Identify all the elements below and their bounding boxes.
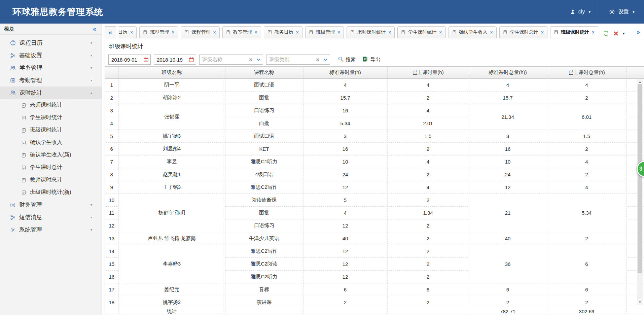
sidebar-item-system-mgmt[interactable]: 系统管理▾: [0, 223, 102, 236]
table-cell: 5.34: [303, 117, 387, 130]
table-cell: 2: [547, 296, 627, 305]
close-all-tabs-icon[interactable]: [613, 31, 618, 36]
tab-calendar[interactable]: 日历×: [119, 26, 137, 38]
table-row[interactable]: 18姚宇扬2演讲课2222: [105, 296, 644, 305]
tab-course-mgmt[interactable]: 课程管理×: [181, 26, 219, 38]
table-cell: 2: [387, 258, 469, 271]
tab-scroll-right-icon[interactable]: »: [635, 29, 644, 38]
svg-text:X: X: [364, 58, 366, 61]
table-cell: 2: [387, 296, 469, 305]
tab-close-icon[interactable]: ×: [296, 30, 299, 35]
sidebar-item-student-affairs[interactable]: 学务管理▾: [0, 62, 102, 74]
tab-close-icon[interactable]: ×: [490, 30, 493, 35]
chevron-down-icon[interactable]: [321, 55, 330, 64]
sidebar-subitem-label: 确认学生收入: [30, 139, 62, 146]
table-cell: 18: [105, 296, 118, 305]
tab-close-icon[interactable]: ×: [255, 30, 257, 35]
tab-class-type-mgmt[interactable]: 班型管理×: [139, 26, 178, 38]
tab-close-icon[interactable]: ×: [130, 30, 133, 35]
scroll-down-icon[interactable]: ▼: [637, 299, 643, 305]
date-to-input[interactable]: 2018-10-19 17: [154, 55, 196, 65]
tab-academic-calendar[interactable]: 教务日历×: [264, 26, 302, 38]
sidebar-item-finance-mgmt[interactable]: 财务管理▾: [0, 199, 102, 211]
sidebar-subitem-class-hour-stats-item[interactable]: 班级课时统计: [0, 124, 102, 136]
table-row[interactable]: 8赵美凝14级口语242242: [105, 168, 644, 181]
sidebar-subitem-teacher-hour-total[interactable]: 教师课时总计: [0, 174, 102, 186]
sidebar-subitem-teacher-hour-stats[interactable]: 老师课时统计: [0, 99, 102, 111]
class-name-combobox[interactable]: 班级名称 ×: [199, 55, 263, 65]
tab-close-icon[interactable]: ×: [213, 30, 216, 35]
sidebar-item-basic-settings[interactable]: 基础设置▾: [0, 49, 102, 62]
sidebar-item-class-hour-stats[interactable]: 课时统计▴: [0, 86, 102, 99]
export-label: 导出: [370, 57, 381, 63]
table-row[interactable]: 14李嘉晔3雅思C2写作122366: [105, 245, 644, 258]
table-cell: 24: [469, 168, 547, 181]
table-cell: 牛津少儿英语: [225, 232, 303, 245]
sidebar-item-course-calendar[interactable]: 课程日历▾: [0, 37, 102, 49]
table-row[interactable]: 5姚宇扬3面试口语31.531.5: [105, 130, 644, 143]
tab-close-icon[interactable]: ×: [172, 30, 174, 35]
tab-scroll-left-icon[interactable]: «: [105, 26, 116, 38]
calendar-icon[interactable]: 17: [189, 57, 196, 62]
table-row[interactable]: 2胡冰冰2面批15.7215.72: [105, 92, 644, 104]
table-cell: 10: [105, 194, 118, 207]
tab-student-hour-stats[interactable]: 学生课时统计×: [397, 26, 445, 38]
table-row[interactable]: 9王子铭3雅思C2写作124124: [105, 181, 644, 194]
search-button[interactable]: 搜索: [336, 56, 358, 63]
scroll-up-icon[interactable]: ▲: [637, 79, 643, 84]
table-cell: 雅思C2听力: [225, 271, 303, 283]
table-row[interactable]: 17姜纪元音标6666: [105, 283, 644, 296]
sidebar-subitem-class-hour-stats-new[interactable]: 班级课时统计(新): [0, 186, 102, 199]
date-from-input[interactable]: 2018-09-01 17: [108, 55, 151, 65]
user-menu[interactable]: cly ▼: [561, 0, 600, 24]
table-row[interactable]: 6刘昱彤4KET162162: [105, 143, 644, 155]
chevron-down-icon[interactable]: [254, 55, 263, 64]
table-row[interactable]: 1阴一平面试口语4444: [105, 79, 644, 92]
table-row[interactable]: 13卢羽凡 雏飞扬 龙嘉懿牛津少儿英语402402: [105, 232, 644, 245]
clear-icon[interactable]: ×: [314, 57, 321, 63]
tab-close-icon[interactable]: ×: [337, 30, 340, 35]
table-cell: 面批: [225, 117, 303, 130]
summary-cell-0: [105, 305, 118, 315]
tab-classroom-mgmt[interactable]: 教室管理×: [222, 26, 261, 38]
tab-class-mgmt[interactable]: 班级管理×: [305, 26, 344, 38]
sidebar-subitem-student-hour-stats[interactable]: 学生课时统计: [0, 111, 102, 124]
table-cell: 2: [303, 296, 387, 305]
tab-confirm-student-income[interactable]: 确认学生收入×: [449, 26, 497, 38]
table-cell: 2: [387, 168, 469, 181]
scrollbar-thumb[interactable]: [638, 84, 642, 273]
table-row[interactable]: 3张郁霈口语练习16421.346.01: [105, 104, 644, 117]
calendar-icon[interactable]: 17: [143, 57, 150, 62]
table-row[interactable]: 7李昱雅思C1听力104104: [105, 155, 644, 168]
tab-close-icon[interactable]: ×: [541, 30, 544, 35]
app-header: 环球雅思教务管理系统 cly ▼ 设置 ▼: [0, 0, 644, 24]
settings-menu[interactable]: 设置 ▼: [600, 0, 644, 24]
tab-close-icon[interactable]: ×: [388, 30, 391, 35]
table-cell: 12: [303, 181, 387, 194]
tab-teacher-hour-stats[interactable]: 老师课时统计×: [347, 26, 395, 38]
sidebar-item-label: 基础设置: [19, 51, 42, 59]
document-icon: [503, 30, 508, 35]
class-type-combobox[interactable]: 班级类别 ×: [266, 55, 330, 65]
table-row[interactable]: 10杨舒宁 邵玥阅读诊断课52215.34: [105, 194, 644, 207]
refresh-icon[interactable]: [603, 30, 609, 36]
table-cell: 面批: [225, 207, 303, 219]
tab-class-hour-stats[interactable]: 班级课时统计×: [550, 26, 598, 38]
sidebar-item-attendance-mgmt[interactable]: 考勤管理▾: [0, 74, 102, 86]
summary-cell-filler: [627, 305, 644, 315]
sidebar-subitem-student-hour-total[interactable]: 学生课时总计: [0, 161, 102, 174]
tab-close-icon[interactable]: ×: [439, 30, 442, 35]
clear-icon[interactable]: ×: [247, 57, 254, 63]
caret-down-icon: ▾: [91, 66, 92, 70]
close-menu-caret-icon[interactable]: ▾: [623, 31, 625, 36]
table-cell: 7: [105, 155, 118, 168]
sidebar-item-sms-messages[interactable]: 短信消息▾: [0, 211, 102, 223]
tab-student-hour-total[interactable]: 学生课时总计×: [499, 26, 547, 38]
sidebar-subitem-confirm-student-income-new[interactable]: 确认学生收入(新): [0, 149, 102, 161]
tab-close-icon[interactable]: ×: [592, 30, 595, 35]
export-button[interactable]: X 导出: [361, 56, 383, 63]
sidebar-subitem-confirm-student-income[interactable]: 确认学生收入: [0, 136, 102, 149]
table-cell: 12: [303, 245, 387, 258]
collapse-sidebar-icon[interactable]: «: [93, 26, 96, 32]
vertical-scrollbar[interactable]: ▲ ▼: [637, 79, 643, 305]
